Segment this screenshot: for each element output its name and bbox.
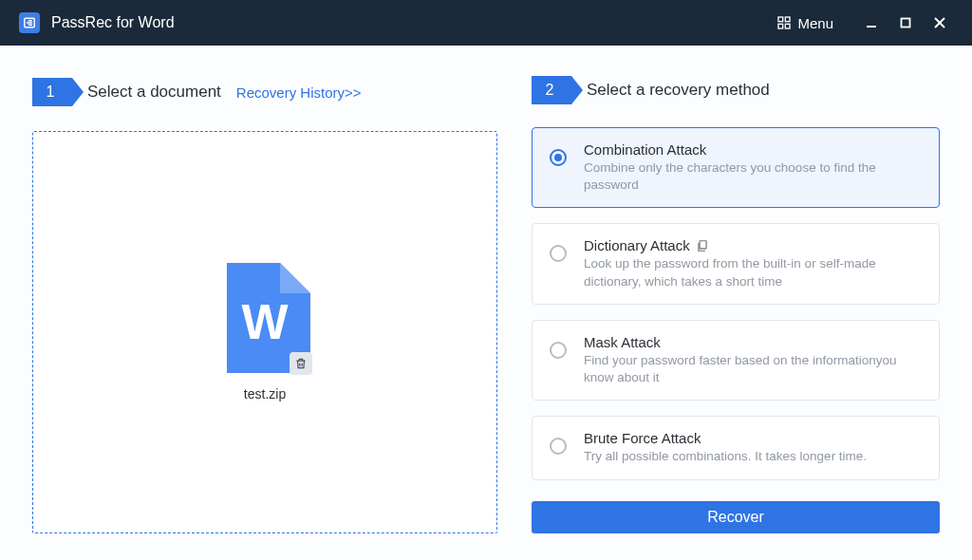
svg-rect-3 [778, 24, 783, 28]
method-text: Brute Force AttackTry all possible combi… [584, 430, 867, 465]
titlebar: PassRec for Word Menu [0, 0, 972, 46]
method-radio[interactable] [550, 245, 567, 262]
close-icon [933, 16, 946, 29]
method-list: Combination AttackCombine only the chara… [532, 127, 940, 480]
step-2-title: Select a recovery method [587, 81, 770, 100]
maximize-button[interactable] [888, 6, 923, 40]
svg-text:W: W [241, 294, 289, 349]
step-2-header: 2 Select a recovery method [532, 76, 940, 104]
method-option-0[interactable]: Combination AttackCombine only the chara… [532, 127, 940, 208]
remove-file-button[interactable] [290, 352, 312, 375]
method-text: Combination AttackCombine only the chara… [584, 141, 924, 194]
minimize-button[interactable] [854, 6, 888, 40]
document-drop-zone[interactable]: W test.zip [32, 131, 497, 533]
method-option-2[interactable]: Mask AttackFind your password faster bas… [532, 320, 940, 401]
file-name-label: test.zip [244, 386, 286, 401]
method-text: Dictionary AttackLook up the password fr… [584, 237, 924, 289]
svg-rect-10 [700, 241, 706, 249]
method-title: Dictionary Attack [584, 237, 924, 253]
method-text: Mask AttackFind your password faster bas… [584, 334, 924, 386]
svg-rect-4 [786, 24, 791, 28]
method-radio[interactable] [550, 149, 567, 166]
app-title: PassRec for Word [51, 14, 175, 31]
select-method-panel: 2 Select a recovery method Combination A… [532, 76, 940, 533]
method-desc: Look up the password from the built-in o… [584, 255, 924, 289]
svg-rect-6 [902, 19, 910, 28]
file-icon-wrap: W [219, 263, 310, 373]
method-radio[interactable] [550, 342, 567, 359]
step-2-badge: 2 [532, 76, 571, 104]
method-title: Brute Force Attack [584, 430, 867, 446]
close-button[interactable] [923, 6, 957, 40]
method-radio[interactable] [550, 438, 567, 455]
method-option-3[interactable]: Brute Force AttackTry all possible combi… [532, 416, 940, 479]
main-content: 1 Select a document Recovery History>> W… [0, 46, 972, 560]
trash-icon [294, 357, 308, 370]
method-desc: Find your password faster based on the i… [584, 352, 924, 386]
recovery-history-link[interactable]: Recovery History>> [236, 84, 362, 101]
minimize-icon [865, 16, 878, 29]
step-1-header: 1 Select a document Recovery History>> [32, 76, 497, 108]
app-logo-icon [19, 12, 40, 33]
method-title: Mask Attack [584, 334, 924, 350]
select-document-panel: 1 Select a document Recovery History>> W… [32, 76, 497, 533]
step-1-badge: 1 [32, 78, 72, 106]
menu-label: Menu [797, 15, 833, 31]
maximize-icon [899, 16, 912, 29]
recover-button[interactable]: Recover [532, 501, 940, 533]
svg-rect-1 [778, 17, 783, 22]
svg-rect-2 [786, 17, 791, 22]
method-title: Combination Attack [584, 141, 924, 158]
method-option-1[interactable]: Dictionary AttackLook up the password fr… [532, 223, 940, 304]
method-desc: Try all possible combinations. It takes … [584, 448, 867, 465]
file-copy-icon [696, 239, 709, 252]
menu-grid-icon [776, 15, 792, 30]
menu-button[interactable]: Menu [767, 9, 843, 37]
method-desc: Combine only the characters you choose t… [584, 159, 924, 194]
step-1-title: Select a document [87, 83, 221, 102]
